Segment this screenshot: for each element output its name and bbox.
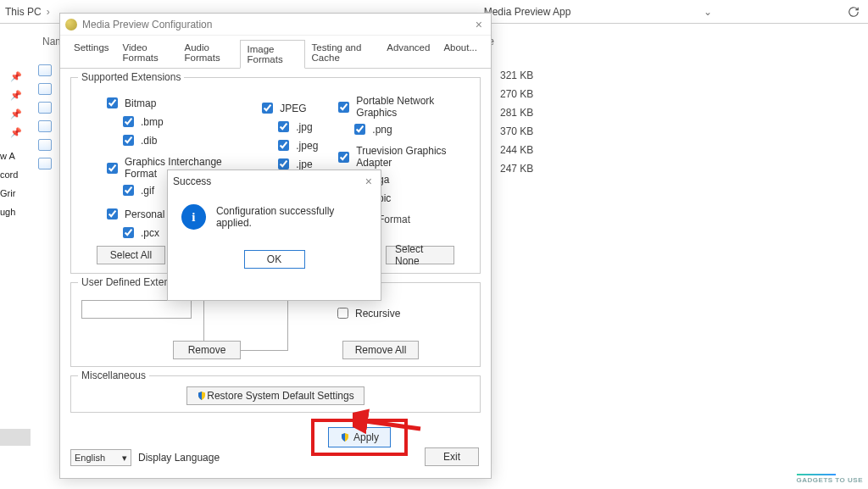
- checkbox-bmp[interactable]: .bmp: [103, 114, 242, 130]
- file-size: 247 KB: [500, 159, 533, 178]
- checkbox-jpeg-group[interactable]: JPEG: [259, 100, 318, 116]
- image-file-icon[interactable]: [38, 120, 52, 132]
- close-button[interactable]: ×: [472, 18, 486, 31]
- image-file-icon[interactable]: [38, 64, 52, 76]
- file-size-column: 321 KB 270 KB 281 KB 370 KB 244 KB 247 K…: [500, 66, 533, 178]
- tab-image-formats[interactable]: Image Formats: [240, 40, 305, 69]
- checkbox-dib[interactable]: .dib: [103, 132, 242, 148]
- remove-button[interactable]: Remove: [173, 341, 241, 359]
- success-dialog: Success × i Configuration successfully a…: [167, 169, 381, 301]
- file-size: 244 KB: [500, 141, 533, 159]
- checkbox-png-group[interactable]: Portable Network Graphics: [335, 95, 470, 119]
- image-file-icon[interactable]: [38, 102, 52, 114]
- chevron-down-icon[interactable]: ⌄: [704, 6, 712, 18]
- refresh-button[interactable]: [844, 3, 863, 20]
- select-none-button[interactable]: Select None: [386, 246, 454, 264]
- tab-about[interactable]: About...: [437, 39, 484, 68]
- tab-video-formats[interactable]: Video Formats: [116, 39, 178, 68]
- checkbox-jpg[interactable]: .jpg: [259, 119, 318, 135]
- sidebar-item[interactable]: ugh: [0, 207, 15, 217]
- app-icon: [65, 19, 77, 31]
- pin-icon: 📌: [10, 71, 22, 82]
- info-icon: i: [181, 204, 206, 230]
- tab-testing-cache[interactable]: Testing and Cache: [305, 39, 381, 68]
- group-legend: User Defined Exten: [78, 276, 173, 288]
- checkbox-recursive[interactable]: Recursive: [334, 305, 400, 321]
- chevron-down-icon: ▾: [122, 453, 127, 464]
- selection-highlight: [0, 429, 31, 446]
- chevron-right-icon: ›: [47, 6, 50, 18]
- file-size: 370 KB: [500, 122, 533, 141]
- close-button[interactable]: ×: [362, 175, 376, 188]
- file-icon-column: [38, 64, 52, 176]
- extension-input[interactable]: [81, 300, 192, 319]
- group-legend: Miscellaneous: [78, 370, 149, 381]
- dialog-titlebar[interactable]: Success ×: [168, 170, 381, 192]
- image-file-icon[interactable]: [38, 158, 52, 169]
- checkbox-jpeg[interactable]: .jpeg: [259, 137, 318, 153]
- checkbox-png[interactable]: .png: [335, 121, 470, 137]
- language-label: Display Language: [138, 452, 220, 464]
- explorer-sidebar: 📌 📌 📌 📌 w A cord Grir ugh: [0, 24, 34, 464]
- apply-button[interactable]: Apply: [328, 427, 391, 447]
- breadcrumb-item[interactable]: This PC: [5, 6, 42, 18]
- file-size: 321 KB: [500, 66, 533, 85]
- shield-icon: [340, 432, 350, 442]
- pin-icon: 📌: [10, 127, 22, 138]
- dialog-title: Media Preview Configuration: [82, 19, 212, 31]
- image-file-icon[interactable]: [38, 83, 52, 95]
- pin-icon: 📌: [10, 90, 22, 101]
- group-miscellaneous: Miscellaneous Restore System Default Set…: [70, 375, 481, 413]
- group-legend: Supported Extensions: [78, 71, 184, 83]
- dialog-message: Configuration successfully applied.: [216, 205, 367, 229]
- tab-audio-formats[interactable]: Audio Formats: [177, 39, 239, 68]
- watermark: GADGETS TO USE: [797, 474, 863, 484]
- image-file-icon[interactable]: [38, 139, 52, 151]
- sidebar-item[interactable]: w A: [0, 151, 15, 161]
- dialog-titlebar[interactable]: Media Preview Configuration ×: [60, 14, 491, 36]
- checkbox-bitmap[interactable]: Bitmap: [103, 95, 242, 111]
- dialog-title: Success: [173, 175, 211, 187]
- sidebar-item[interactable]: cord: [0, 169, 18, 180]
- tab-strip: Settings Video Formats Audio Formats Ima…: [60, 36, 491, 69]
- checkbox-tga-group[interactable]: Truevision Graphics Adapter: [335, 145, 470, 169]
- restore-defaults-button[interactable]: Restore System Default Settings: [186, 386, 364, 405]
- language-select[interactable]: English ▾: [70, 449, 131, 466]
- tab-settings[interactable]: Settings: [67, 39, 116, 68]
- pin-icon: 📌: [10, 108, 22, 119]
- exit-button[interactable]: Exit: [425, 447, 479, 466]
- language-row: English ▾ Display Language: [70, 449, 220, 466]
- breadcrumb-item[interactable]: Media Preview App: [484, 6, 571, 18]
- ok-button[interactable]: OK: [244, 250, 305, 269]
- shield-icon: [197, 391, 207, 401]
- file-size: 270 KB: [500, 85, 533, 103]
- file-size: 281 KB: [500, 103, 533, 122]
- select-all-button[interactable]: Select All: [97, 246, 165, 264]
- remove-all-button[interactable]: Remove All: [342, 341, 419, 359]
- sidebar-item[interactable]: Grir: [0, 188, 15, 198]
- tab-advanced[interactable]: Advanced: [380, 39, 437, 68]
